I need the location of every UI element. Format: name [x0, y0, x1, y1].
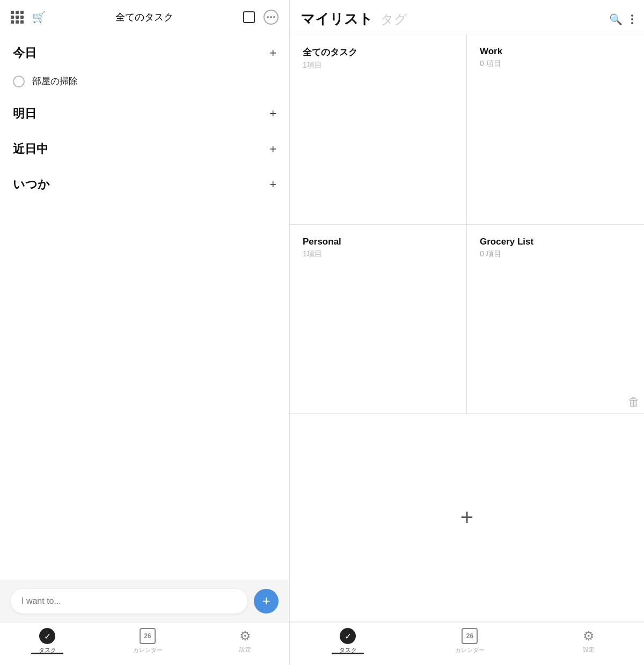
list-name: Work [480, 46, 631, 57]
vertical-more-icon[interactable] [631, 14, 633, 24]
basket-icon[interactable]: 🛒 [32, 11, 46, 24]
tasks-check-icon: ✓ [39, 628, 55, 644]
list-count: 0 項目 [480, 249, 631, 259]
add-task-button[interactable]: + [254, 589, 279, 614]
upcoming-add-button[interactable]: + [269, 143, 276, 155]
someday-add-button[interactable]: + [269, 179, 276, 190]
checkbox-icon[interactable] [243, 11, 255, 23]
list-cell-all-tasks[interactable]: 全てのタスク 1項目 [290, 34, 467, 225]
add-list-button[interactable]: + [290, 414, 644, 622]
right-nav-settings-label: 設定 [583, 646, 595, 654]
left-nav-calendar[interactable]: 26 カレンダー [133, 628, 163, 654]
list-count: 1項目 [303, 61, 453, 70]
right-panel: マイリスト タグ 🔍 全てのタスク 1項目 Work 0 項目 Personal… [290, 0, 644, 665]
someday-label: いつか [13, 176, 50, 193]
right-panel-title: マイリスト [301, 10, 373, 28]
today-add-button[interactable]: + [269, 47, 276, 59]
right-calendar-icon: 26 [462, 628, 478, 644]
list-cell-personal[interactable]: Personal 1項目 [290, 225, 467, 413]
trash-icon[interactable]: 🗑 [628, 395, 640, 409]
right-nav-tasks[interactable]: ✓ タスク [339, 628, 357, 654]
tomorrow-add-button[interactable]: + [269, 108, 276, 120]
left-panel-title: 全てのタスク [54, 11, 235, 24]
lists-grid: 全てのタスク 1項目 Work 0 項目 Personal 1項目 Grocer… [290, 34, 644, 622]
left-header: 🛒 全てのタスク [0, 0, 289, 30]
upcoming-label: 近日中 [13, 141, 48, 157]
upcoming-section-header: 近日中 + [0, 131, 289, 167]
left-nav-tasks[interactable]: ✓ タスク [39, 628, 56, 654]
add-task-icon: + [262, 594, 270, 608]
input-row: + [11, 589, 279, 614]
left-bottom-nav: ✓ タスク 26 カレンダー ⚙ 設定 [0, 622, 289, 665]
left-panel: 🛒 全てのタスク 今日 + 部屋の掃除 明日 + 近日中 + いつか [0, 0, 290, 665]
tomorrow-label: 明日 [13, 106, 36, 122]
task-sections: 今日 + 部屋の掃除 明日 + 近日中 + いつか + [0, 30, 289, 580]
right-nav-active-indicator [332, 653, 364, 654]
list-name: 全てのタスク [303, 46, 453, 58]
right-tasks-check-icon: ✓ [340, 628, 356, 644]
calendar-icon: 26 [140, 628, 156, 644]
grid-icon[interactable] [11, 11, 24, 24]
list-name: Personal [303, 237, 453, 247]
left-bottom-area: + [0, 580, 289, 622]
list-cell-grocery[interactable]: Grocery List 0 項目 🗑 [467, 225, 644, 413]
list-name: Grocery List [480, 237, 631, 247]
right-header: マイリスト タグ 🔍 [290, 0, 644, 34]
tomorrow-section-header: 明日 + [0, 96, 289, 131]
task-input[interactable] [11, 589, 247, 614]
today-section-header: 今日 + [0, 35, 289, 71]
right-title-area: マイリスト タグ [301, 10, 601, 28]
left-nav-settings-label: 設定 [239, 646, 251, 654]
left-nav-calendar-label: カレンダー [133, 646, 163, 654]
right-gear-icon: ⚙ [583, 629, 595, 644]
right-nav-settings[interactable]: ⚙ 設定 [583, 629, 595, 654]
right-bottom-nav: ✓ タスク 26 カレンダー ⚙ 設定 [290, 622, 644, 665]
today-label: 今日 [13, 45, 36, 61]
more-options-icon[interactable] [264, 10, 279, 25]
gear-icon: ⚙ [239, 629, 251, 644]
left-nav-settings[interactable]: ⚙ 設定 [239, 629, 251, 654]
right-nav-calendar[interactable]: 26 カレンダー [455, 628, 485, 654]
search-icon[interactable]: 🔍 [609, 13, 623, 26]
right-panel-subtitle: タグ [380, 11, 407, 28]
list-cell-work[interactable]: Work 0 項目 [467, 34, 644, 225]
nav-active-indicator [31, 653, 63, 654]
list-count: 1項目 [303, 249, 453, 259]
task-item[interactable]: 部屋の掃除 [0, 71, 289, 96]
right-nav-calendar-label: カレンダー [455, 646, 485, 654]
add-list-icon: + [460, 506, 474, 529]
task-text: 部屋の掃除 [32, 75, 78, 87]
list-count: 0 項目 [480, 59, 631, 69]
someday-section-header: いつか + [0, 167, 289, 202]
task-circle[interactable] [13, 76, 25, 87]
